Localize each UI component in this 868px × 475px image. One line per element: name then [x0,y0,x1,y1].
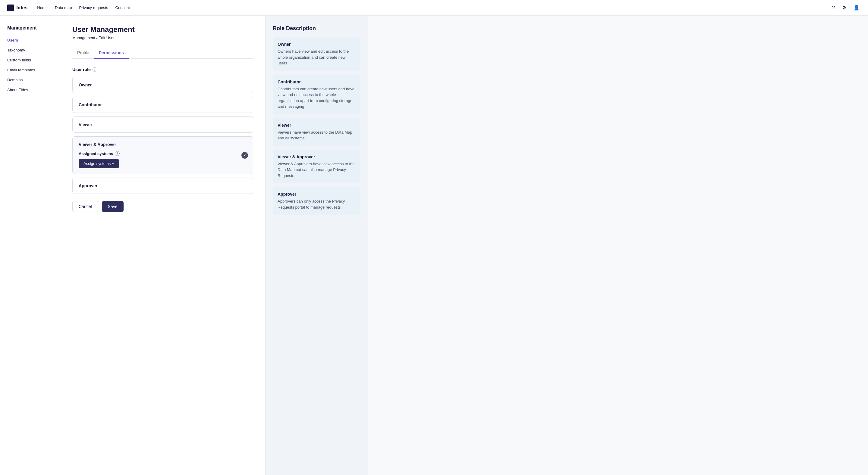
tab-profile[interactable]: Profile [72,47,94,59]
nav-datamap[interactable]: Data map [55,4,72,11]
logo-text: fides [16,5,27,10]
role-card-contributor: Contributor Contributors can create new … [273,75,361,114]
role-card-approver-desc: Approvers can only access the Privacy Re… [278,198,355,210]
main-layout: Management Users Taxonomy Custom fields … [0,15,868,475]
sidebar-item-custom-fields[interactable]: Custom fields [5,56,55,65]
assigned-systems-section: Assigned systems i Assign systems + [79,151,247,168]
role-card-viewer-desc: Viewers have view access to the Data Map… [278,129,355,141]
role-card-owner-title: Owner [278,42,355,47]
nav-consent[interactable]: Consent [116,4,130,11]
role-viewer-label: Viewer [79,122,92,127]
role-card-approver: Approver Approvers can only access the P… [273,187,361,215]
role-card-owner-desc: Owners have view and edit access to the … [278,48,355,66]
sidebar-item-taxonomy[interactable]: Taxonomy [5,45,55,55]
role-approver-label: Approver [79,183,97,188]
role-card-viewer-approver: Viewer & Approver Viewer & Approvers hav… [273,149,361,183]
top-nav: Home Data map Privacy requests Consent [37,4,130,11]
action-buttons: Cancel Save [72,201,253,212]
role-card-viewer: Viewer Viewers have view access to the D… [273,118,361,146]
role-card-viewer-approver-title: Viewer & Approver [278,155,355,159]
role-card-viewer-approver-desc: Viewer & Approvers have view access to t… [278,161,355,179]
role-contributor[interactable]: Contributor [72,97,253,113]
nav-privacy-requests[interactable]: Privacy requests [79,4,108,11]
cancel-button[interactable]: Cancel [72,201,98,212]
role-description-panel: Role Description Owner Owners have view … [265,15,368,475]
assigned-systems-label: Assigned systems i [79,151,247,156]
topbar-right: ? ⚙ 👤 [831,4,861,12]
logo[interactable]: fides [7,4,27,11]
breadcrumb: Management / Edit User [72,36,253,40]
topbar: fides Home Data map Privacy requests Con… [0,0,868,15]
help-icon-btn[interactable]: ? [831,4,836,12]
sidebar-item-domains[interactable]: Domains [5,75,55,84]
user-role-help-icon[interactable]: i [93,67,97,72]
sidebar: Management Users Taxonomy Custom fields … [0,15,60,475]
tab-permissions[interactable]: Permissions [94,47,129,59]
selected-check-icon: ✓ [241,152,248,159]
role-viewer[interactable]: Viewer [72,116,253,133]
role-card-viewer-title: Viewer [278,123,355,128]
assigned-systems-help-icon[interactable]: i [115,151,120,156]
breadcrumb-sep: / [96,36,98,40]
role-card-owner: Owner Owners have view and edit access t… [273,37,361,71]
nav-home[interactable]: Home [37,4,48,11]
role-description-title: Role Description [273,25,361,32]
role-contributor-label: Contributor [79,102,102,107]
role-card-contributor-desc: Contributors can create new users and ha… [278,86,355,109]
role-viewer-approver-label: Viewer & Approver [79,142,116,147]
role-card-contributor-title: Contributor [278,79,355,84]
breadcrumb-current: Edit User [98,36,115,40]
user-icon-btn[interactable]: 👤 [852,4,861,12]
sidebar-item-email-templates[interactable]: Email templates [5,65,55,75]
role-card-approver-title: Approver [278,192,355,197]
role-owner[interactable]: Owner [72,77,253,93]
tabs: Profile Permissions [72,47,253,59]
assign-systems-button[interactable]: Assign systems + [79,159,119,168]
save-button[interactable]: Save [102,201,124,212]
user-role-label: User role i [72,67,253,72]
content-area: User Management Management / Edit User P… [60,15,265,475]
page-title: User Management [72,25,253,34]
sidebar-item-about-fides[interactable]: About Fides [5,85,55,95]
role-owner-label: Owner [79,82,92,87]
role-approver[interactable]: Approver [72,178,253,194]
sidebar-item-users[interactable]: Users [5,36,55,45]
breadcrumb-base: Management [72,36,95,40]
settings-icon-btn[interactable]: ⚙ [841,4,847,12]
topbar-left: fides Home Data map Privacy requests Con… [7,4,130,11]
logo-icon [7,4,14,11]
role-viewer-approver[interactable]: Viewer & Approver ✓ Assigned systems i A… [72,136,253,174]
sidebar-title: Management [5,25,55,31]
